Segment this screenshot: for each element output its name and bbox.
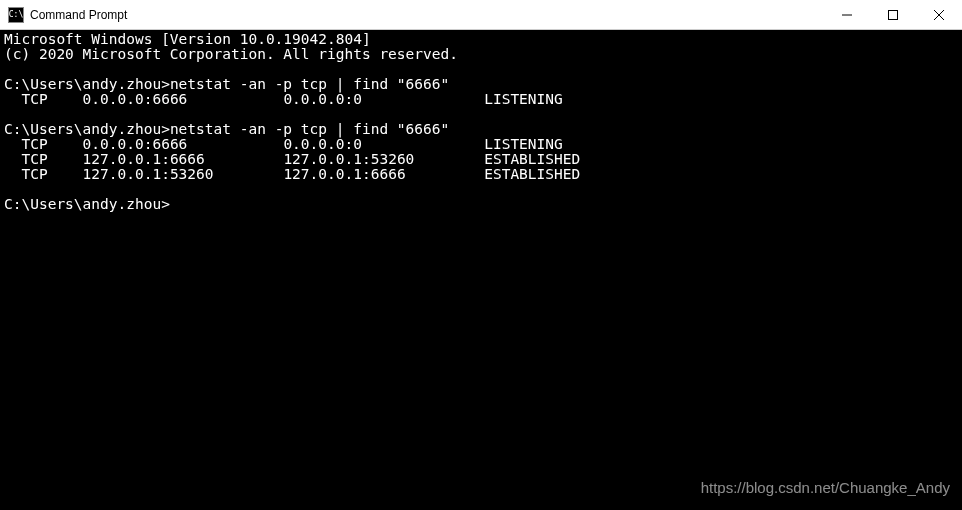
svg-rect-1 bbox=[889, 10, 898, 19]
netstat-foreign: 0.0.0.0:0 bbox=[283, 136, 362, 152]
copyright-line: (c) 2020 Microsoft Corporation. All righ… bbox=[4, 46, 458, 62]
titlebar: C:\ Command Prompt bbox=[0, 0, 962, 30]
window-controls bbox=[824, 0, 962, 29]
version-line: Microsoft Windows [Version 10.0.19042.80… bbox=[4, 31, 371, 47]
netstat-foreign: 0.0.0.0:0 bbox=[283, 91, 362, 107]
prompt: C:\Users\andy.zhou> bbox=[4, 76, 170, 92]
window-title: Command Prompt bbox=[30, 8, 127, 22]
netstat-state: LISTENING bbox=[484, 136, 563, 152]
console-output[interactable]: Microsoft Windows [Version 10.0.19042.80… bbox=[0, 30, 962, 214]
netstat-state: LISTENING bbox=[484, 91, 563, 107]
netstat-local: 0.0.0.0:6666 bbox=[83, 136, 188, 152]
netstat-state: ESTABLISHED bbox=[484, 151, 580, 167]
netstat-foreign: 127.0.0.1:6666 bbox=[283, 166, 405, 182]
prompt-cursor: C:\Users\andy.zhou> bbox=[4, 196, 170, 212]
command-text: netstat -an -p tcp | find "6666" bbox=[170, 76, 449, 92]
netstat-proto: TCP bbox=[21, 91, 47, 107]
command-text: netstat -an -p tcp | find "6666" bbox=[170, 121, 449, 137]
watermark-text: https://blog.csdn.net/Chuangke_Andy bbox=[701, 479, 950, 496]
netstat-proto: TCP bbox=[21, 151, 47, 167]
netstat-proto: TCP bbox=[21, 166, 47, 182]
netstat-local: 127.0.0.1:6666 bbox=[83, 151, 205, 167]
prompt: C:\Users\andy.zhou> bbox=[4, 121, 170, 137]
netstat-foreign: 127.0.0.1:53260 bbox=[283, 151, 414, 167]
close-button[interactable] bbox=[916, 0, 962, 29]
maximize-button[interactable] bbox=[870, 0, 916, 29]
cmd-icon: C:\ bbox=[8, 7, 24, 23]
netstat-proto: TCP bbox=[21, 136, 47, 152]
netstat-local: 127.0.0.1:53260 bbox=[83, 166, 214, 182]
netstat-state: ESTABLISHED bbox=[484, 166, 580, 182]
minimize-button[interactable] bbox=[824, 0, 870, 29]
netstat-local: 0.0.0.0:6666 bbox=[83, 91, 188, 107]
